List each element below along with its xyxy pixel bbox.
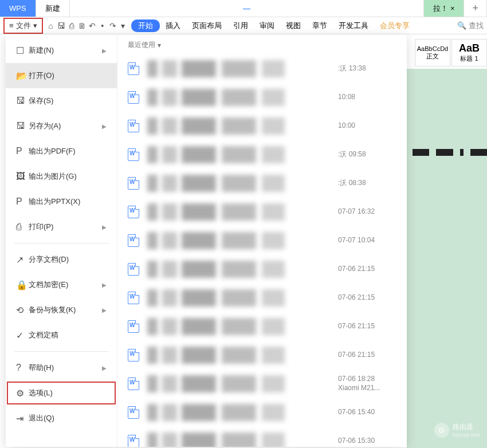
- ribbon-tab-insert[interactable]: 插入: [160, 21, 186, 31]
- menu-item-保存(S)[interactable]: 🖫保存(S): [6, 88, 117, 113]
- word-doc-icon: [128, 263, 139, 276]
- ribbon-tab-dev[interactable]: 开发工具: [333, 21, 374, 31]
- menu-item-输出为PDF(F)[interactable]: P输出为PDF(F): [6, 139, 117, 164]
- recent-file-name-blurred: [147, 175, 333, 192]
- recent-file-row[interactable]: 07-06 21:15: [128, 342, 396, 368]
- menu-item-打印(P)[interactable]: ⎙打印(P)▶: [6, 214, 117, 239]
- word-doc-icon: [128, 406, 139, 419]
- recent-file-time: 07-07 10:04: [333, 236, 396, 245]
- recent-file-row[interactable]: :沃 13:38: [128, 56, 396, 82]
- word-doc-icon: [128, 148, 139, 161]
- recent-file-name-blurred: [147, 146, 333, 163]
- tab-new-doc[interactable]: 新建: [36, 0, 70, 17]
- ribbon-tab-vip[interactable]: 会员专享: [374, 21, 415, 31]
- menu-item-icon: 🖫: [16, 121, 29, 131]
- recent-file-time: 07-06 15:30: [333, 437, 396, 446]
- style-heading1[interactable]: AaB 标题 1: [451, 39, 487, 66]
- chevron-down-icon[interactable]: ▾: [158, 41, 161, 49]
- recent-file-time: 07-06 21:15: [333, 265, 396, 274]
- recent-file-name-blurred: [147, 289, 333, 306]
- undo-icon[interactable]: ↶: [87, 21, 97, 30]
- recent-file-row[interactable]: 07-07 10:04: [128, 227, 396, 254]
- menu-item-label: 保存(S): [29, 96, 107, 106]
- ribbon-tab-layout[interactable]: 页面布局: [186, 21, 227, 31]
- menu-item-输出为PPTX(X)[interactable]: P输出为PPTX(X): [6, 189, 117, 214]
- recent-file-row[interactable]: 10:08: [128, 84, 396, 111]
- more-drop-icon[interactable]: ▾: [118, 21, 128, 30]
- style-sample-text: AaB: [459, 42, 480, 54]
- tab-add[interactable]: +: [464, 0, 487, 17]
- undo-drop-icon[interactable]: •: [97, 21, 108, 30]
- menu-item-另存为(A)[interactable]: 🖫另存为(A)▶: [6, 113, 117, 139]
- ribbon-toolbar: ≡ 文件 ▾ ⌂ 🖫 ⎙ 🗎 ↶ • ↷ ▾ 开始 插入 页面布局 引用 审阅 …: [0, 17, 487, 34]
- home-icon[interactable]: ⌂: [46, 21, 56, 30]
- ribbon-tab-ref[interactable]: 引用: [227, 21, 254, 31]
- tab-wps[interactable]: WPS: [0, 0, 36, 17]
- recent-file-row[interactable]: 07-06 21:15: [128, 256, 396, 282]
- document-canvas: [407, 69, 487, 448]
- menu-item-label: 选项(L): [29, 388, 107, 398]
- print-icon[interactable]: ⎙: [66, 21, 77, 30]
- redo-icon[interactable]: ↷: [108, 21, 118, 30]
- tab-minimize-hint: —: [70, 0, 425, 17]
- menu-item-文档加密(E)[interactable]: 🔒文档加密(E)▶: [6, 272, 117, 297]
- style-sample-label: 正文: [426, 52, 439, 61]
- watermark-sub: luyouqi.com: [453, 432, 480, 438]
- ribbon-tab-start[interactable]: 开始: [131, 19, 160, 32]
- menu-item-label: 输出为PPTX(X): [29, 197, 107, 207]
- recent-file-row[interactable]: :沃 09:58: [128, 142, 396, 168]
- menu-item-打开(O)[interactable]: 📂打开(O): [6, 63, 117, 88]
- recent-file-time: 07-06 21:15: [333, 351, 396, 360]
- recent-file-name-blurred: [147, 375, 333, 392]
- word-doc-icon: [128, 435, 139, 447]
- recent-file-row[interactable]: 10:00: [128, 113, 396, 139]
- ribbon-tab-view[interactable]: 视图: [280, 21, 307, 31]
- menu-item-选项(L)[interactable]: ⚙选项(L): [6, 380, 117, 406]
- style-sample-text: AaBbCcDd: [417, 45, 448, 52]
- close-icon[interactable]: ×: [450, 4, 455, 13]
- menu-item-icon: ⎙: [16, 222, 29, 232]
- recent-header: 最近使用 ▾: [128, 40, 396, 50]
- chevron-right-icon: ▶: [102, 365, 107, 371]
- recent-file-row[interactable]: 07-06 15:30: [128, 428, 396, 447]
- menu-item-输出为图片(G)[interactable]: 🖼输出为图片(G): [6, 164, 117, 189]
- recent-file-row[interactable]: 07-06 21:15: [128, 313, 396, 340]
- menu-item-icon: P: [16, 197, 29, 207]
- recent-file-row[interactable]: 07-07 16:32: [128, 199, 396, 225]
- menu-item-label: 另存为(A): [29, 121, 102, 131]
- word-doc-icon: [128, 292, 139, 304]
- file-menu-button[interactable]: ≡ 文件 ▾: [3, 18, 43, 34]
- menu-item-icon: ⚙: [16, 388, 29, 399]
- router-icon: ⚙: [434, 423, 449, 438]
- menu-item-退出(Q)[interactable]: ⇥退出(Q): [6, 406, 117, 431]
- recent-file-name-blurred: [147, 203, 333, 221]
- menu-item-分享文档(D)[interactable]: ↗分享文档(D): [6, 247, 117, 272]
- ribbon-tab-chapter[interactable]: 章节: [307, 21, 333, 31]
- recent-file-name-blurred: [147, 117, 333, 135]
- menu-item-新建(N)[interactable]: ☐新建(N)▶: [6, 38, 117, 63]
- recent-file-time: 10:00: [333, 121, 396, 131]
- file-menu-label: 文件: [16, 21, 31, 31]
- recent-file-row[interactable]: 07-06 21:15: [128, 285, 396, 311]
- menu-item-icon: ☐: [16, 45, 29, 56]
- menu-item-帮助(H)[interactable]: ?帮助(H)▶: [6, 355, 117, 380]
- recent-file-name-blurred: [147, 89, 333, 106]
- word-doc-icon: [128, 349, 139, 361]
- save-icon[interactable]: 🖫: [56, 21, 66, 30]
- recent-file-row[interactable]: 07-06 15:40: [128, 399, 396, 426]
- ribbon-tab-review[interactable]: 审阅: [254, 21, 280, 31]
- recent-file-row[interactable]: 07-06 18:28Xiaomi M21...: [128, 371, 396, 397]
- tab-document-la[interactable]: 拉！ ×: [424, 0, 464, 17]
- menu-item-文档定稿[interactable]: ✓文档定稿: [6, 323, 117, 348]
- menu-item-备份与恢复(K)[interactable]: ⟲备份与恢复(K)▶: [6, 297, 117, 323]
- menu-item-label: 备份与恢复(K): [29, 305, 102, 315]
- search-button[interactable]: 🔍 查找: [457, 21, 484, 31]
- chevron-down-icon: ▾: [33, 21, 37, 30]
- word-doc-icon: [128, 62, 139, 75]
- preview-icon[interactable]: 🗎: [77, 21, 87, 30]
- chevron-right-icon: ▶: [102, 282, 107, 288]
- chevron-right-icon: ▶: [102, 48, 107, 54]
- recent-file-name-blurred: [147, 261, 333, 278]
- recent-file-row[interactable]: :沃 08:38: [128, 170, 396, 197]
- style-normal[interactable]: AaBbCcDd 正文: [415, 39, 450, 66]
